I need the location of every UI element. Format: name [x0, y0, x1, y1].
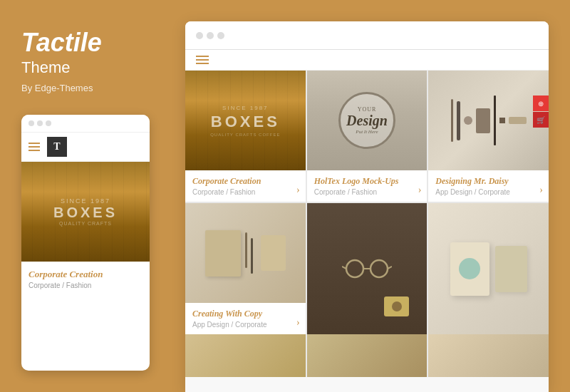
card-1-info: Corporate Creation Corporate / Fashion ›	[185, 170, 306, 202]
card-image-5	[307, 203, 428, 334]
ham-line-1	[196, 56, 209, 57]
st-pen	[251, 238, 253, 274]
tool-eraser	[476, 108, 490, 133]
camera-body	[384, 296, 409, 316]
mobile-preview-header	[21, 115, 150, 133]
boxes-label: BOXES	[211, 113, 280, 131]
hamburger-line-1	[28, 143, 40, 144]
business-cards-visual	[428, 203, 549, 334]
browser-inner-nav	[185, 50, 549, 71]
card-2-category: Corporate / Fashion	[314, 188, 420, 196]
stamp-your: YOUR	[358, 106, 377, 113]
sidebar-title: Tactile	[21, 29, 150, 57]
card-2-arrow[interactable]: ›	[418, 185, 422, 196]
round-stamp-visual: YOUR Design Put It Here	[307, 71, 428, 170]
browser-toolbar	[185, 21, 549, 50]
mobile-dot-2	[37, 120, 43, 126]
browser-content: SINCE 1987 BOXES QUALITY CRAFTS COFFEE C…	[185, 50, 549, 392]
mobile-logo: T	[47, 137, 67, 157]
portfolio-card-6[interactable]: Developing The Grid Corporate / Fashion …	[428, 203, 549, 334]
tool-square	[499, 118, 505, 123]
card-3-arrow[interactable]: ›	[539, 185, 543, 196]
st-pencil	[245, 232, 247, 268]
boxes-desc: QUALITY CRAFTS	[59, 221, 112, 226]
badge-top: ⊕	[533, 96, 549, 111]
browser-dot-1	[196, 32, 203, 39]
tool-pencil-1	[451, 99, 453, 142]
tool-tape	[509, 117, 527, 124]
mobile-dot-3	[46, 120, 51, 126]
st-card	[261, 235, 286, 271]
tools-visual	[428, 71, 549, 170]
badge-icon-bottom: 🛒	[537, 116, 545, 124]
camera-lens	[392, 301, 402, 311]
browser-dot-3	[217, 32, 224, 39]
card-image-2: YOUR Design Put It Here	[307, 71, 428, 170]
mobile-card-image: SINCE 1987 BOXES QUALITY CRAFTS	[21, 162, 150, 262]
badge-icon-top: ⊕	[538, 100, 544, 108]
biz-card-2	[495, 246, 527, 292]
stamp-design: Design	[346, 113, 388, 129]
portfolio-bottom-row	[185, 334, 549, 377]
card-image-6	[428, 203, 549, 334]
card-1-title: Corporate Creation	[192, 176, 299, 187]
bottom-card-2	[307, 334, 428, 377]
biz-card-1	[450, 242, 489, 296]
portfolio-card-3[interactable]: ⊕ 🛒 Designing Mr. Daisy App Design / Cor…	[428, 71, 549, 202]
bottom-card-3	[428, 334, 549, 377]
card-1-category: Corporate / Fashion	[192, 188, 299, 196]
quality-label: QUALITY CRAFTS COFFEE	[210, 133, 280, 137]
hamburger-icon[interactable]	[28, 143, 40, 151]
biz-card-circle	[459, 258, 480, 279]
portfolio-card-1[interactable]: SINCE 1987 BOXES QUALITY CRAFTS COFFEE C…	[185, 71, 306, 202]
stamp-put: Put It Here	[356, 129, 378, 135]
glasses-icon	[342, 258, 392, 279]
mobile-card-info: Corporate Creation Corporate / Fashion	[21, 262, 150, 296]
bottom-card-1	[185, 334, 306, 377]
ham-line-2	[196, 59, 209, 61]
sidebar-subtitle: Theme	[21, 58, 150, 77]
browser-mockup: SINCE 1987 BOXES QUALITY CRAFTS COFFEE C…	[185, 21, 549, 392]
boxes-sublabel: SINCE 1987	[61, 197, 110, 205]
hamburger-line-2	[28, 146, 40, 148]
portfolio-card-4[interactable]: Creating With Copy App Design / Corporat…	[185, 203, 306, 334]
mobile-card-category: Corporate / Fashion	[28, 282, 142, 289]
card-image-1: SINCE 1987 BOXES QUALITY CRAFTS COFFEE	[185, 71, 306, 170]
card-3-title: Designing Mr. Daisy	[435, 176, 542, 187]
svg-point-1	[370, 260, 388, 277]
browser-dot-2	[207, 32, 214, 39]
mobile-dot-1	[28, 120, 34, 126]
stationery-envelope	[205, 230, 241, 277]
mobile-nav: T	[21, 133, 150, 162]
tool-pencil-2	[457, 101, 460, 140]
card-image-3	[428, 71, 549, 170]
wooden-box-visual: SINCE 1987 BOXES QUALITY CRAFTS COFFEE	[185, 71, 306, 170]
card-3-info: Designing Mr. Daisy App Design / Corpora…	[428, 170, 549, 202]
svg-point-0	[346, 260, 363, 277]
wooden-box-mobile: SINCE 1987 BOXES QUALITY CRAFTS	[21, 162, 150, 262]
card-3-category: App Design / Corporate	[435, 188, 542, 196]
stamp-circle: YOUR Design Put It Here	[338, 92, 395, 149]
portfolio-card-5[interactable]: Art In Design Fashion / UI Design ›	[307, 203, 428, 334]
sidebar-author: By Edge-Themes	[21, 83, 150, 93]
portfolio-grid: SINCE 1987 BOXES QUALITY CRAFTS COFFEE C…	[185, 71, 549, 334]
browser-hamburger-icon[interactable]	[196, 56, 209, 64]
card-4-info: Creating With Copy App Design / Corporat…	[185, 303, 306, 334]
portfolio-card-2[interactable]: YOUR Design Put It Here HolTex Logo Mock…	[307, 71, 428, 202]
card-2-title: HolTex Logo Mock-Ups	[314, 176, 420, 187]
since-label: SINCE 1987	[222, 105, 268, 111]
boxes-text-mobile: BOXES	[53, 205, 118, 221]
card-2-info: HolTex Logo Mock-Ups Corporate / Fashion…	[307, 170, 428, 202]
tool-coin	[464, 116, 472, 125]
card-image-4	[185, 203, 306, 303]
mobile-window-dots	[28, 120, 51, 126]
hamburger-line-3	[28, 150, 40, 151]
ham-line-3	[196, 63, 209, 64]
mobile-card-title: Corporate Creation	[28, 269, 142, 280]
card-4-arrow[interactable]: ›	[296, 317, 300, 329]
stationery-tools	[245, 232, 253, 274]
card-4-title: Creating With Copy	[192, 309, 299, 319]
red-badge: ⊕ 🛒	[533, 96, 549, 128]
card-4-category: App Design / Corporate	[192, 321, 299, 329]
card-1-arrow[interactable]: ›	[296, 185, 300, 196]
